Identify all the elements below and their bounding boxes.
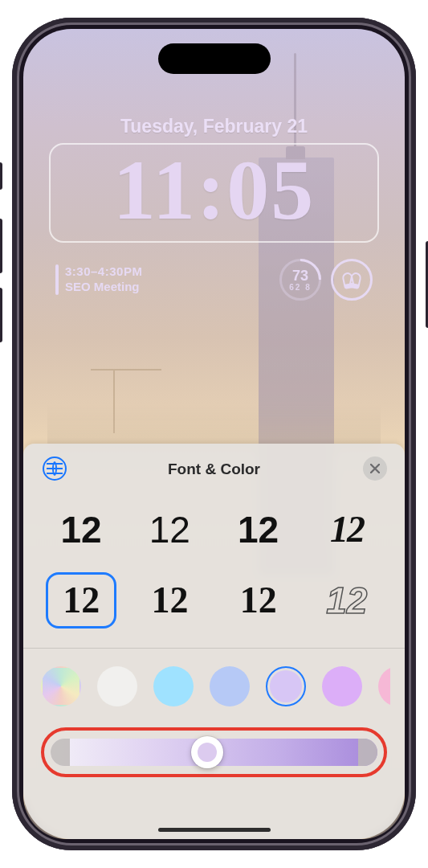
lockscreen-clock-area[interactable]: 11:05 (49, 143, 379, 243)
font-option-serif-black[interactable]: 12 (46, 572, 116, 628)
close-button[interactable] (363, 457, 387, 481)
sheet-title: Font & Color (168, 461, 260, 478)
color-swatch-lilac[interactable] (266, 666, 306, 706)
color-row[interactable] (38, 649, 390, 713)
dynamic-island (158, 43, 271, 74)
highlight-slider-annotation (41, 727, 387, 777)
close-icon (370, 464, 380, 473)
font-option-slab-bold[interactable]: 12 (134, 572, 205, 628)
screen: Tuesday, February 21 11:05 3:30–4:30PM S… (23, 29, 405, 839)
calendar-accent-bar (55, 264, 59, 295)
lockscreen-widgets[interactable]: 3:30–4:30PM SEO Meeting 73 62 8 (55, 256, 373, 304)
calendar-widget[interactable]: 3:30–4:30PM SEO Meeting (55, 264, 142, 295)
slider-thumb[interactable] (191, 736, 223, 768)
calendar-time: 3:30–4:30PM (65, 264, 142, 280)
weather-ring-icon (279, 259, 321, 301)
font-option-rounded[interactable]: 12 (223, 502, 294, 558)
globe-icon[interactable] (43, 457, 67, 481)
font-color-sheet: Font & Color 1212121212121212 (23, 444, 405, 839)
airpods-widget[interactable] (331, 259, 373, 301)
color-swatch-pink[interactable] (378, 666, 390, 706)
color-swatch-sky[interactable] (153, 666, 194, 706)
color-intensity-slider[interactable] (51, 739, 377, 766)
lockscreen-time[interactable]: 11:05 (57, 148, 371, 233)
font-option-sans-bold[interactable]: 12 (46, 502, 116, 558)
color-swatch-peri[interactable] (210, 666, 250, 706)
font-option-sans-light[interactable]: 12 (134, 502, 205, 558)
weather-widget[interactable]: 73 62 8 (276, 256, 324, 304)
color-swatch-spectrum[interactable] (41, 666, 81, 706)
weather-low: 62 (289, 283, 301, 292)
home-indicator[interactable] (158, 828, 271, 832)
font-option-serif-reg[interactable]: 12 (223, 572, 294, 628)
airpods-icon (343, 272, 361, 287)
color-swatch-violet[interactable] (322, 666, 362, 706)
iphone-frame: Tuesday, February 21 11:05 3:30–4:30PM S… (12, 18, 416, 850)
font-grid: 1212121212121212 (38, 492, 390, 648)
lockscreen-date[interactable]: Tuesday, February 21 (23, 116, 405, 137)
font-option-outline[interactable]: 12 (312, 572, 382, 628)
weather-high: 8 (305, 283, 312, 292)
color-swatch-white[interactable] (97, 666, 137, 706)
calendar-title: SEO Meeting (65, 280, 142, 295)
font-option-stencil[interactable]: 12 (312, 502, 382, 558)
